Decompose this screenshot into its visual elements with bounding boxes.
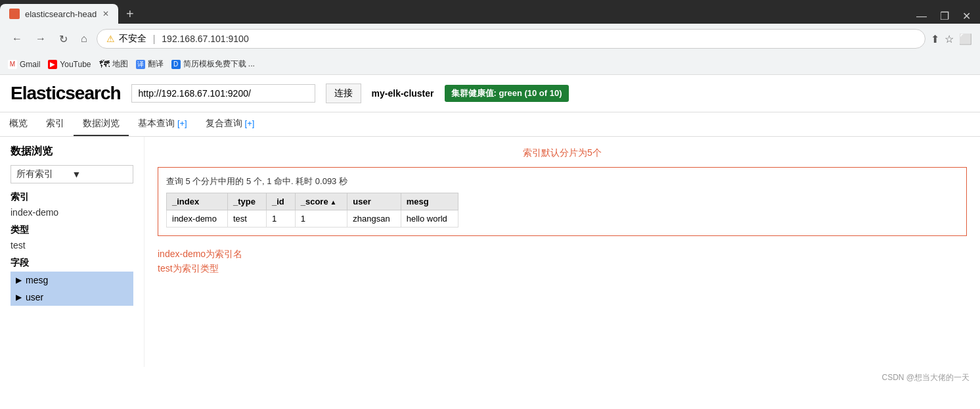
cell-id: 1 [266, 210, 295, 228]
col-type: _type [227, 193, 266, 210]
field-section-label: 字段 [11, 257, 133, 269]
field-user-label: user [26, 292, 43, 302]
es-logo: Elasticsearch [11, 83, 121, 104]
result-info: 查询 5 个分片中用的 5 个, 1 命中. 耗时 0.093 秒 [166, 176, 958, 187]
result-box: 查询 5 个分片中用的 5 个, 1 命中. 耗时 0.093 秒 _index… [158, 167, 967, 236]
bookmark-gmail[interactable]: M Gmail [8, 60, 40, 69]
col-score[interactable]: _score [295, 193, 347, 210]
index-list-item[interactable]: index-demo [11, 206, 133, 219]
doc-icon: D [171, 60, 181, 69]
tab-title: elasticsearch-head [25, 9, 97, 19]
bookmark-maps-label: 地图 [112, 59, 128, 70]
es-sidebar: 数据浏览 所有索引 ▼ 索引 index-demo 类型 test 字段 ▶ m… [0, 137, 145, 367]
table-row: index-demo test 1 1 zhangsan hello world [167, 210, 458, 228]
tab-favicon [9, 9, 20, 19]
bookmark-doc-label: 简历模板免费下载 ... [183, 59, 255, 70]
bookmarks-bar: M Gmail ▶ YouTube 🗺 地图 译 翻译 D 简历模板免费下载 .… [0, 54, 980, 75]
address-bar: ← → ↻ ⌂ ⚠ 不安全 | 192.168.67.101:9100 ⬆ ☆ … [0, 24, 980, 54]
es-nav: 概览 索引 数据浏览 基本查询 [+] 复合查询 [+] [0, 112, 980, 137]
tab-close-button[interactable]: ✕ [102, 9, 109, 18]
security-warning-icon: ⚠ [106, 34, 115, 44]
col-id: _id [266, 193, 295, 210]
nav-basic-query[interactable]: 基本查询 [+] [129, 112, 196, 136]
cell-index: index-demo [167, 210, 228, 228]
address-input[interactable]: ⚠ 不安全 | 192.168.67.101:9100 [97, 29, 925, 49]
translate-icon: 译 [136, 60, 145, 69]
compound-query-plus: [+] [245, 118, 255, 128]
bookmark-youtube[interactable]: ▶ YouTube [48, 60, 91, 69]
col-index: _index [167, 193, 228, 210]
back-button[interactable]: ← [8, 30, 26, 47]
es-connect-button[interactable]: 连接 [326, 84, 361, 103]
es-content: 索引默认分片为5个 查询 5 个分片中用的 5 个, 1 命中. 耗时 0.09… [145, 137, 980, 367]
bookmark-maps[interactable]: 🗺 地图 [99, 59, 128, 70]
basic-query-plus: [+] [177, 118, 187, 128]
annotation-bottom-line2: test为索引类型 [158, 261, 967, 276]
field-mesg[interactable]: ▶ mesg [11, 272, 133, 289]
new-tab-button[interactable]: + [121, 4, 139, 24]
bookmark-translate-label: 翻译 [148, 59, 164, 70]
youtube-icon: ▶ [48, 60, 57, 69]
es-url-input[interactable] [131, 84, 315, 103]
annotation-bottom: index-demo为索引名 test为索引类型 [158, 247, 967, 276]
es-health-badge: 集群健康值: green (10 of 10) [445, 85, 569, 102]
extension-icon[interactable]: ⬜ [959, 33, 972, 45]
type-list-item[interactable]: test [11, 239, 133, 252]
col-user: user [347, 193, 401, 210]
sidebar-title: 数据浏览 [11, 145, 133, 158]
nav-compound-query[interactable]: 复合查询 [+] [196, 112, 264, 136]
cell-type: test [227, 210, 266, 228]
es-main: 数据浏览 所有索引 ▼ 索引 index-demo 类型 test 字段 ▶ m… [0, 137, 980, 367]
cell-user: zhangsan [347, 210, 401, 228]
bookmark-youtube-label: YouTube [60, 60, 91, 69]
footer-credit: CSDN @想当大佬的一天 [881, 373, 969, 382]
index-dropdown-value: 所有索引 [16, 168, 72, 180]
close-window-icon[interactable]: ✕ [958, 9, 975, 24]
browser-tab[interactable]: elasticsearch-head ✕ [0, 4, 118, 24]
cell-mesg: hello world [401, 210, 458, 228]
dropdown-arrow-icon: ▼ [72, 169, 128, 180]
es-cluster-name: my-elk-cluster [372, 88, 434, 99]
result-table: _index _type _id _score user mesg index-… [166, 193, 458, 228]
minimize-icon[interactable]: — [912, 9, 931, 24]
field-mesg-label: mesg [26, 275, 48, 285]
cell-score: 1 [295, 210, 347, 228]
col-mesg: mesg [401, 193, 458, 210]
forward-button[interactable]: → [32, 30, 50, 47]
index-section-label: 索引 [11, 191, 133, 203]
security-warning-text: 不安全 [119, 33, 146, 45]
gmail-icon: M [8, 60, 17, 69]
field-arrow-icon: ▶ [16, 276, 22, 285]
es-header: Elasticsearch 连接 my-elk-cluster 集群健康值: g… [0, 75, 980, 112]
maps-icon: 🗺 [99, 59, 110, 70]
reload-button[interactable]: ↻ [55, 30, 72, 48]
bookmark-doc[interactable]: D 简历模板免费下载 ... [171, 59, 255, 70]
nav-overview[interactable]: 概览 [0, 112, 37, 136]
field-user[interactable]: ▶ user [11, 289, 133, 306]
home-button[interactable]: ⌂ [77, 30, 91, 47]
type-section-label: 类型 [11, 224, 133, 236]
annotation-bottom-line1: index-demo为索引名 [158, 247, 967, 261]
nav-data-browse[interactable]: 数据浏览 [74, 112, 129, 136]
bookmark-gmail-label: Gmail [20, 60, 40, 69]
bookmark-icon[interactable]: ☆ [945, 33, 954, 45]
nav-indices[interactable]: 索引 [37, 112, 74, 136]
page-footer: CSDN @想当大佬的一天 [0, 367, 980, 389]
share-icon[interactable]: ⬆ [931, 33, 939, 45]
field-user-arrow-icon: ▶ [16, 293, 22, 302]
index-dropdown[interactable]: 所有索引 ▼ [11, 165, 133, 183]
bookmark-translate[interactable]: 译 翻译 [136, 59, 164, 70]
page-content: Elasticsearch 连接 my-elk-cluster 集群健康值: g… [0, 75, 980, 389]
maximize-icon[interactable]: ❐ [936, 9, 953, 24]
url-display: 192.168.67.101:9100 [162, 34, 916, 44]
annotation-top: 索引默认分片为5个 [158, 147, 967, 159]
